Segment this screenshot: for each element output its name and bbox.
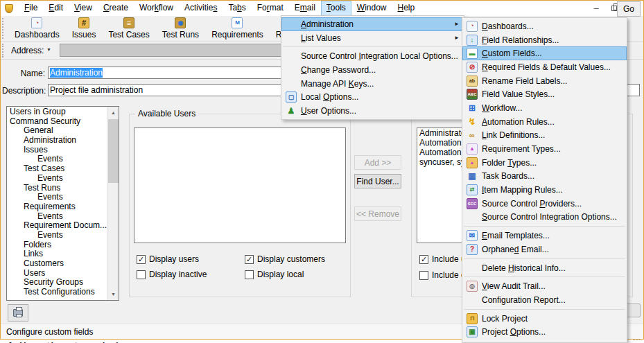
menu-item-email-templates[interactable]: ✉Email Templates... — [462, 229, 627, 243]
toolbar-dashboards[interactable]: ◔Dashboards — [10, 16, 64, 41]
menu-item-delete-historical-info[interactable]: Delete Historical Info... — [462, 261, 627, 275]
tree-item-events[interactable]: Events — [7, 231, 107, 240]
desktop: FileEditViewCreateWorkflowActivitiesTabs… — [0, 0, 644, 343]
available-users-list[interactable] — [134, 127, 346, 243]
menu-tabs[interactable]: Tabs — [223, 1, 251, 16]
checkbox-box-icon[interactable]: ✓ — [137, 255, 146, 264]
menu-item-folder-types[interactable]: ▲Folder Types... — [462, 156, 627, 170]
menu-item-field-relationships[interactable]: ↓Field Relationships... — [462, 33, 627, 47]
tree-item-administration[interactable]: Administration — [7, 136, 107, 146]
tree-item-command-security[interactable]: Command Security — [7, 117, 107, 127]
tree-item-folders[interactable]: Folders — [7, 240, 107, 250]
address-bar-grip[interactable] — [2, 44, 4, 58]
menu-item-task-boards[interactable]: ▦Task Boards... — [462, 170, 627, 184]
checkbox-display-users[interactable]: ✓Display users — [137, 254, 199, 264]
menu-item-label: Workflow... — [482, 103, 625, 113]
menu-item-configuration-report[interactable]: Configuration Report... — [462, 293, 627, 307]
find-user-button[interactable]: Find User... — [354, 174, 401, 188]
workflow-icon: ⊞ — [467, 103, 478, 114]
menu-item-requirement-types[interactable]: ▲Requirement Types... — [462, 142, 627, 156]
test-runs-clipboard-icon: ◉ — [175, 17, 186, 28]
scroll-down-icon[interactable]: ▼ — [107, 288, 119, 300]
menu-item-link-definitions[interactable]: ∞Link Definitions... — [462, 129, 627, 143]
toolbar-label: Test Runs — [162, 30, 199, 39]
menu-item-required-fields-default-values[interactable]: ⊘Required Fields & Default Values... — [462, 60, 627, 74]
tree-item-users[interactable]: Users — [7, 269, 107, 279]
menu-item-field-value-styles[interactable]: ABCField Value Styles... — [462, 87, 627, 101]
checkbox-display-local[interactable]: Display local — [245, 270, 304, 279]
menu-item-workflow[interactable]: ⊞Workflow... — [462, 101, 627, 115]
menu-item-user-options[interactable]: ♟User Options... — [281, 104, 464, 118]
print-button[interactable] — [8, 304, 28, 322]
menu-item-administration[interactable]: Administration► — [281, 17, 464, 31]
menu-item-orphaned-email[interactable]: ?Orphaned Email... — [462, 243, 627, 256]
menu-view[interactable]: View — [69, 1, 98, 16]
tree-item-customers[interactable]: Customers — [7, 259, 107, 269]
checkbox-box-icon[interactable]: ✓ — [419, 255, 428, 264]
menu-item-lock-project[interactable]: ⊓Lock Project — [462, 312, 627, 326]
menu-create[interactable]: Create — [98, 1, 134, 16]
menu-activities[interactable]: Activities — [179, 1, 223, 16]
menu-item-label: Dashboards... — [482, 21, 625, 31]
menu-format[interactable]: Format — [252, 1, 289, 16]
tree-item-test-runs[interactable]: Test Runs — [7, 184, 107, 193]
menu-item-dashboards[interactable]: ◔Dashboards... — [462, 19, 627, 33]
tree-item-requirement-docum[interactable]: Requirement Docum... — [7, 221, 107, 231]
tree-item-test-configurations[interactable]: Test Configurations — [7, 288, 107, 297]
tree-item-links[interactable]: Links — [7, 249, 107, 259]
menu-item-list-values[interactable]: List Values► — [281, 31, 464, 45]
menu-item-manage-api-keys[interactable]: Manage API Keys... — [281, 77, 464, 91]
app-shield-icon — [5, 4, 13, 13]
menu-edit[interactable]: Edit — [43, 1, 69, 16]
menu-separator — [464, 276, 625, 277]
menu-item-label: Task Boards... — [482, 171, 625, 181]
minimize-button[interactable]: – — [589, 2, 604, 14]
menu-item-view-audit-trail[interactable]: ◎View Audit Trail... — [462, 279, 627, 293]
menu-item-change-password[interactable]: Change Password... — [281, 63, 464, 77]
go-button[interactable]: Go — [617, 1, 641, 17]
checkbox-display-customers[interactable]: ✓Display customers — [245, 254, 325, 264]
tree-item-test-cases[interactable]: Test Cases — [7, 164, 107, 174]
checkbox-box-icon[interactable]: ✓ — [245, 255, 254, 264]
menu-tools[interactable]: Tools — [321, 1, 351, 16]
menu-item-source-control-providers[interactable]: SCCSource Control Providers... — [462, 197, 627, 211]
address-dropdown-button[interactable]: ▼ — [44, 46, 53, 53]
toolbar-test-cases[interactable]: ≡Test Cases — [103, 16, 154, 41]
toolbar-requirements[interactable]: MRequirements — [207, 16, 268, 41]
menu-item-custom-fields[interactable]: ▬Custom Fields... — [462, 46, 627, 60]
toolbar-issues[interactable]: #Issues — [67, 16, 101, 41]
menu-item-source-control-integration-options[interactable]: Source Control Integration Options... — [462, 211, 627, 225]
tree-item-security-groups[interactable]: Security Groups — [7, 278, 107, 288]
scroll-thumb[interactable] — [108, 119, 119, 183]
menu-item-label: Folder Types... — [482, 158, 625, 168]
tree-scrollbar[interactable]: ▲ ▼ — [107, 107, 119, 300]
menu-window[interactable]: Window — [351, 1, 392, 16]
tree-item-events[interactable]: Events — [7, 174, 107, 184]
scroll-up-icon[interactable]: ▲ — [107, 107, 119, 118]
tree-item-events[interactable]: Events — [7, 212, 107, 222]
tree-item-events[interactable]: Events — [7, 193, 107, 202]
checkbox-box-icon[interactable] — [419, 271, 428, 280]
checkbox-display-inactive[interactable]: Display inactive — [137, 270, 207, 279]
partially-hidden-button[interactable] — [625, 304, 641, 317]
menu-file[interactable]: File — [19, 1, 43, 16]
checkbox-box-icon[interactable] — [245, 270, 254, 279]
menu-item-project-options[interactable]: ▣Project Options... — [462, 325, 627, 339]
menu-item-local-options[interactable]: ▢Local Options... — [281, 90, 464, 104]
menu-item-automation-rules[interactable]: ↯Automation Rules... — [462, 115, 627, 129]
menu-item-label: Manage API Keys... — [301, 79, 462, 89]
menu-email[interactable]: Email — [289, 1, 321, 16]
menu-item-source-control-integration-local-options[interactable]: Source Control Integration Local Options… — [281, 49, 464, 63]
tree-item-users-in-group[interactable]: Users in Group — [7, 107, 107, 117]
menu-item-rename-field-labels[interactable]: abRename Field Labels... — [462, 74, 627, 88]
tree-item-general[interactable]: General — [7, 126, 107, 136]
menu-workflow[interactable]: Workflow — [134, 1, 179, 16]
toolbar-test-runs[interactable]: ◉Test Runs — [157, 16, 204, 41]
menu-help[interactable]: Help — [392, 1, 421, 16]
remove-button: << Remove — [354, 206, 401, 221]
tree-item-issues[interactable]: Issues — [7, 146, 107, 155]
checkbox-box-icon[interactable] — [137, 270, 146, 279]
tree-item-events[interactable]: Events — [7, 155, 107, 164]
menu-item-item-mapping-rules[interactable]: ⇄Item Mapping Rules... — [462, 183, 627, 197]
tree-item-requirements[interactable]: Requirements — [7, 202, 107, 212]
